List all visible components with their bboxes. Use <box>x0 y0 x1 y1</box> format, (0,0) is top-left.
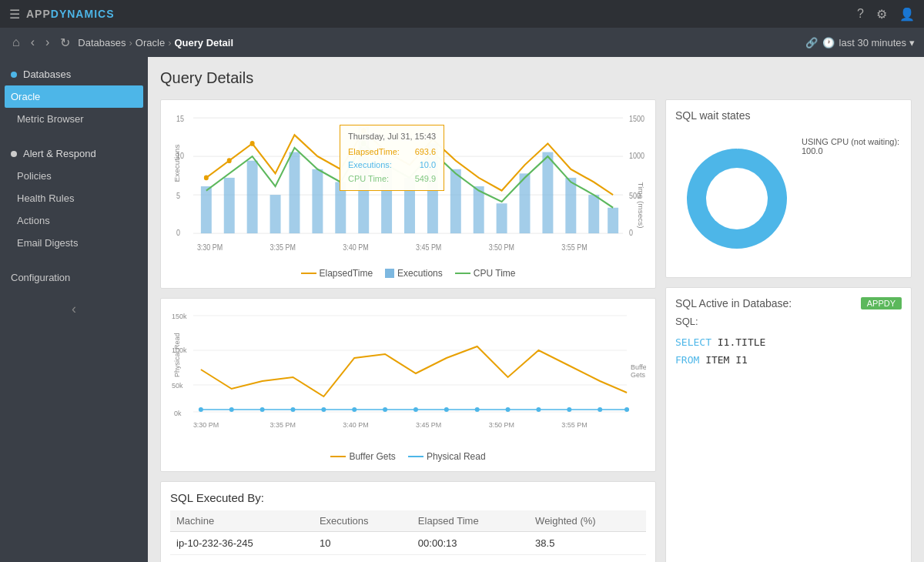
help-icon[interactable]: ? <box>857 7 864 21</box>
sql-code: SELECT I1.TITLE FROM ITEM I1 <box>675 333 902 370</box>
sql-from-kw: FROM <box>675 354 699 366</box>
executions-chart: Thursday, Jul 31, 15:43 ElapsedTime: 693… <box>170 109 646 263</box>
table-header-row: Machine Executions Elapsed Time Weighted… <box>170 510 646 532</box>
time-selector[interactable]: last 30 minutes ▾ <box>839 37 915 49</box>
breadcrumb-databases[interactable]: Databases <box>78 37 126 49</box>
donut-container <box>675 129 798 268</box>
svg-rect-21 <box>404 178 415 233</box>
svg-text:Time (msecs): Time (msecs) <box>637 182 644 228</box>
time-dropdown-icon[interactable]: ▾ <box>909 37 915 49</box>
svg-point-66 <box>624 407 629 412</box>
sql-line-2: FROM ITEM I1 <box>675 351 902 369</box>
wait-content: USING CPU (not waiting): 100.0 <box>675 129 902 268</box>
sidebar-actions[interactable]: Actions <box>0 209 148 232</box>
legend-exec-color <box>385 269 394 278</box>
svg-point-32 <box>227 158 232 163</box>
wait-legend-label: USING CPU (not waiting): 100.0 <box>802 137 899 156</box>
breadcrumb-sep-1: › <box>129 37 132 49</box>
chart2-legend: Buffer Gets Physical Read <box>170 451 646 462</box>
svg-rect-14 <box>247 161 258 233</box>
sidebar-databases[interactable]: Databases <box>0 63 148 85</box>
sidebar-databases-label: Databases <box>23 69 71 80</box>
executions-svg: 15 10 5 0 1500 1000 500 0 <box>170 109 646 263</box>
svg-point-65 <box>598 407 602 412</box>
svg-text:3:30 PM: 3:30 PM <box>197 243 223 253</box>
refresh-button[interactable]: ↻ <box>57 34 73 52</box>
col-machine: Machine <box>170 510 313 532</box>
col-executions: Executions <box>313 510 412 532</box>
sql-line-1: SELECT I1.TITLE <box>675 333 902 351</box>
topbar-right: ? ⚙ 👤 <box>857 7 915 22</box>
sidebar-section-alert: Alert & Respond Policies Health Rules Ac… <box>0 136 148 260</box>
back-button[interactable]: ‹ <box>28 34 38 51</box>
breadcrumb-oracle[interactable]: Oracle <box>136 37 165 49</box>
navbar-right: 🔗 🕐 last 30 minutes ▾ <box>805 37 915 49</box>
sidebar-alert-respond[interactable]: Alert & Respond <box>0 142 148 165</box>
legend-cpu: CPU Time <box>455 268 516 279</box>
navbar-left: ⌂ ‹ › ↻ Databases › Oracle › Query Detai… <box>9 34 233 52</box>
col-weighted: Weighted (%) <box>529 510 646 532</box>
sidebar: Databases Oracle Metric Browser Alert & … <box>0 57 148 562</box>
main-layout: Databases Oracle Metric Browser Alert & … <box>0 57 924 562</box>
donut-svg <box>675 137 798 260</box>
sql-wait-panel: SQL wait states USING <box>665 99 912 278</box>
forward-button[interactable]: › <box>42 34 52 51</box>
svg-text:1000: 1000 <box>629 152 644 161</box>
svg-point-53 <box>229 407 234 412</box>
legend-buffer-gets: Buffer Gets <box>330 451 395 462</box>
svg-text:3:45 PM: 3:45 PM <box>416 243 441 253</box>
svg-text:3:30 PM: 3:30 PM <box>193 421 219 429</box>
pin-icon[interactable]: 🔗 <box>805 37 818 49</box>
svg-point-55 <box>290 407 295 412</box>
sql-badge: APPDY <box>861 297 902 309</box>
legend-elapsed: ElapsedTime <box>301 268 373 279</box>
logo-part1: APP <box>26 8 51 20</box>
legend-buffer-color <box>330 456 346 457</box>
hamburger-icon[interactable]: ☰ <box>9 7 20 22</box>
sidebar-oracle[interactable]: Oracle <box>5 85 143 108</box>
clock-icon: 🕐 <box>822 37 835 49</box>
sidebar-policies[interactable]: Policies <box>0 165 148 187</box>
sidebar-metric-browser[interactable]: Metric Browser <box>0 108 148 130</box>
sql-executed-panel: SQL Executed By: Machine Executions Elap… <box>160 481 656 562</box>
breadcrumb-current: Query Detail <box>174 37 233 49</box>
cell-machine-1: ip-10-232-36-245 <box>170 532 313 555</box>
home-button[interactable]: ⌂ <box>9 34 23 51</box>
svg-rect-30 <box>608 208 618 233</box>
svg-text:0: 0 <box>629 229 633 238</box>
svg-point-61 <box>475 407 480 412</box>
breadcrumb: Databases › Oracle › Query Detail <box>78 37 233 49</box>
sql-from-rest: ITEM I1 <box>699 354 748 366</box>
sidebar-alert-label: Alert & Respond <box>23 148 96 159</box>
sidebar-collapse[interactable]: ‹ <box>0 295 148 323</box>
svg-rect-17 <box>312 169 323 233</box>
settings-icon[interactable]: ⚙ <box>876 7 887 22</box>
svg-rect-12 <box>201 186 212 233</box>
svg-point-52 <box>199 407 203 412</box>
sql-label: SQL: <box>675 316 902 327</box>
svg-text:150k: 150k <box>172 313 187 320</box>
physical-read-chart: 150k 100k 50k 0k <box>170 308 646 447</box>
svg-point-60 <box>444 407 449 412</box>
sidebar-actions-label: Actions <box>17 215 50 226</box>
cell-machine-2: ip-10-235-23-30 <box>170 555 313 563</box>
user-icon[interactable]: 👤 <box>899 7 915 22</box>
chart1-legend: ElapsedTime Executions CPU Time <box>170 268 646 279</box>
svg-point-54 <box>260 407 265 412</box>
sql-wait-title: SQL wait states <box>675 109 902 122</box>
svg-point-58 <box>383 407 387 412</box>
executions-chart-panel: Thursday, Jul 31, 15:43 ElapsedTime: 693… <box>160 99 656 289</box>
legend-cpu-label: CPU Time <box>474 268 516 279</box>
sql-active-panel: SQL Active in Database: APPDY SQL: SELEC… <box>665 287 912 562</box>
sidebar-health-rules[interactable]: Health Rules <box>0 187 148 209</box>
sidebar-configuration[interactable]: Configuration <box>0 266 148 289</box>
alert-dot <box>11 151 17 157</box>
legend-elapsed-color <box>301 273 316 274</box>
page-title: Query Details <box>160 69 912 87</box>
legend-exec-label: Executions <box>397 268 443 279</box>
svg-point-77 <box>706 168 768 229</box>
svg-point-35 <box>360 140 367 147</box>
sidebar-email-digests[interactable]: Email Digests <box>0 232 148 254</box>
svg-rect-25 <box>497 203 507 233</box>
col-elapsed: Elapsed Time <box>412 510 529 532</box>
